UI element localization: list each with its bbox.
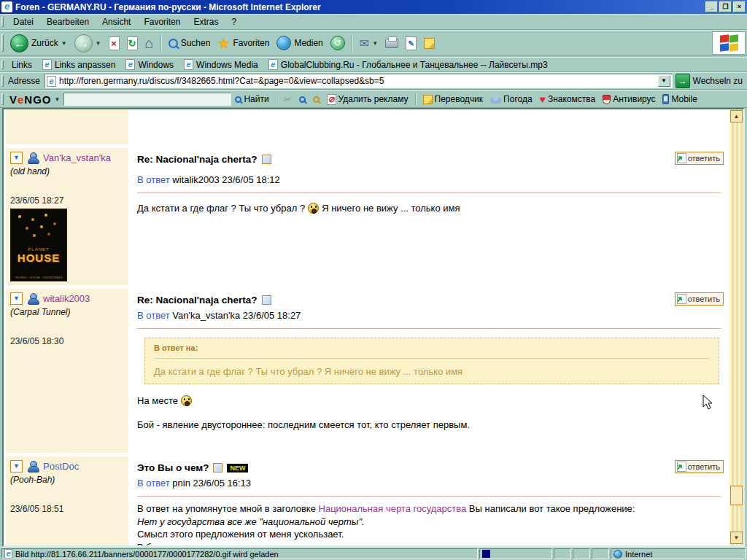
in-reply-link[interactable]: В ответ [137, 174, 170, 185]
history-button[interactable]: ↺ [327, 34, 349, 52]
toolbar-gripper[interactable] [1, 34, 4, 52]
post-signature: Бой - явление двустороннее: последним см… [137, 419, 721, 431]
toolbar-gripper[interactable] [1, 60, 4, 69]
vengo-search-input[interactable] [63, 93, 231, 106]
message-icon[interactable] [262, 295, 271, 305]
menu-help[interactable]: ? [225, 15, 243, 28]
link-windows[interactable]: e Windows [120, 59, 179, 70]
forward-button[interactable]: → ▼ [71, 33, 105, 54]
vengo-toolbar: VeNGO ▼ Найти ✂ ⊘ Удалить рекламу Перево… [0, 90, 747, 108]
vengo-find-button[interactable]: Найти [231, 94, 272, 104]
menu-favoriten[interactable]: Favoriten [137, 15, 187, 28]
author-link[interactable]: PostDoc [43, 461, 79, 472]
mail-dropdown-icon[interactable]: ▼ [372, 40, 378, 47]
print-button[interactable] [382, 37, 402, 50]
forward-icon: → [74, 34, 93, 52]
address-dropdown-icon[interactable]: ▼ [658, 75, 670, 87]
close-button[interactable]: × [733, 1, 746, 12]
go-button[interactable]: → [676, 74, 690, 88]
vengo-antivirus-button[interactable]: Антивирус [599, 94, 659, 104]
page-scrollbar[interactable]: ▲ ▼ [729, 109, 743, 545]
status-pane-empty [592, 548, 609, 559]
post-sidebar [6, 109, 128, 144]
vengo-logo[interactable]: VeNGO ▼ [7, 93, 63, 106]
mail-button[interactable]: ✉ ▼ [356, 35, 382, 52]
in-reply-link[interactable]: В ответ [137, 478, 170, 489]
refresh-icon: ↻ [127, 36, 138, 50]
edit-button[interactable]: ✎ [402, 35, 420, 52]
toolbar-separator [415, 93, 417, 104]
scroll-down-button[interactable]: ▼ [730, 532, 743, 544]
internet-zone-icon [614, 550, 622, 559]
reply-button[interactable]: ответить [675, 152, 724, 165]
window-title: Foren - GERMANY.RU - Германия по-русски … [15, 2, 321, 12]
link-windows-media[interactable]: e Windows Media [179, 59, 263, 70]
scroll-up-button[interactable]: ▲ [730, 110, 743, 122]
search-label: Suchen [181, 38, 211, 48]
go-label[interactable]: Wechseln zu [693, 76, 747, 86]
new-badge: NEW [227, 464, 248, 472]
vengo-remove-ads-button[interactable]: ⊘ Удалить рекламу [323, 94, 412, 105]
flag-blue [720, 43, 729, 52]
ie-shortcut-icon: e [42, 59, 52, 70]
vengo-mobile-button[interactable]: Mobile [659, 94, 700, 104]
message-icon[interactable] [213, 463, 222, 472]
author-link[interactable]: Van'ka_vstan'ka [43, 152, 111, 163]
quote-header: В ответ на: [154, 343, 710, 352]
author-rank: (Carpal Tunnel) [10, 307, 124, 317]
windows-throbber [712, 31, 746, 55]
collapse-post-button[interactable]: ▼ [10, 460, 23, 472]
in-reply-link[interactable]: В ответ [137, 310, 170, 321]
vengo-highlighter-button[interactable]: ✂ [280, 94, 295, 105]
media-button[interactable]: Medien [273, 34, 326, 52]
home-button[interactable]: ⌂ [142, 34, 158, 53]
menu-bearbeiten[interactable]: Bearbeiten [40, 15, 96, 28]
discuss-button[interactable] [420, 36, 438, 50]
reply-button[interactable]: ответить [675, 292, 724, 306]
collapse-post-button[interactable]: ▼ [10, 152, 23, 164]
author-link[interactable]: witalik2003 [43, 293, 90, 304]
minimize-button[interactable]: _ [705, 1, 718, 12]
key-icon [313, 96, 320, 103]
search-button[interactable]: Suchen [165, 36, 214, 50]
media-label: Medien [294, 38, 322, 48]
menu-datei[interactable]: Datei [7, 15, 40, 28]
weather-cloud-icon [490, 98, 501, 104]
collapse-post-button[interactable]: ▼ [10, 292, 23, 305]
message-icon[interactable] [262, 155, 271, 164]
toolbar-gripper[interactable] [1, 93, 4, 104]
forward-dropdown-icon[interactable]: ▼ [96, 40, 101, 47]
address-input[interactable]: e http://foren.germany.ru/discus/f/34826… [44, 74, 672, 88]
title-bar: e Foren - GERMANY.RU - Германия по-русск… [0, 0, 747, 14]
link-globalclubbing[interactable]: e GlobalClubbing.Ru - Глобальнее и Танце… [263, 59, 553, 70]
toolbar-gripper[interactable] [1, 17, 4, 27]
menu-ansicht[interactable]: Ansicht [96, 15, 137, 28]
toolbar-gripper[interactable] [1, 75, 4, 86]
stop-button[interactable]: × [105, 35, 123, 52]
scrollbar-thumb[interactable] [730, 486, 743, 505]
mail-icon: ✉ [360, 36, 369, 50]
back-button[interactable]: ← Zurück ▼ [7, 33, 71, 54]
restore-button[interactable]: ❐ [719, 1, 732, 12]
vengo-translator-button[interactable]: Переводчик [419, 94, 487, 104]
back-dropdown-icon[interactable]: ▼ [61, 40, 67, 47]
post-title: Это Вы о чем? NEW [137, 462, 721, 473]
reply-button[interactable]: ответить [675, 460, 724, 473]
previous-post-tail [6, 109, 728, 144]
shocked-smiley-icon [181, 395, 192, 406]
vengo-zoom-button[interactable] [295, 96, 309, 103]
quote-text: Да кстати а где флаг ? Ты что убрал ? Я … [154, 366, 710, 377]
link-links-anpassen[interactable]: e Links anpassen [37, 59, 120, 70]
vengo-key-button[interactable] [309, 96, 323, 103]
shocked-smiley-icon [308, 203, 319, 214]
favorites-button[interactable]: ★ Favoriten [214, 34, 273, 53]
menu-extras[interactable]: Extras [187, 15, 225, 28]
vengo-dating-button[interactable]: ♥ Знакомства [536, 93, 600, 105]
mobile-phone-icon [662, 94, 669, 104]
vengo-weather-button[interactable]: Погода [487, 94, 536, 104]
refresh-button[interactable]: ↻ [123, 35, 142, 52]
post-body: Re: Nacional'naja cherta? В ответ Van'ka… [128, 289, 728, 453]
mouse-cursor [703, 395, 713, 410]
topic-link[interactable]: Национальная черта государства [319, 503, 467, 514]
vengo-dropdown-icon[interactable]: ▼ [55, 96, 61, 103]
